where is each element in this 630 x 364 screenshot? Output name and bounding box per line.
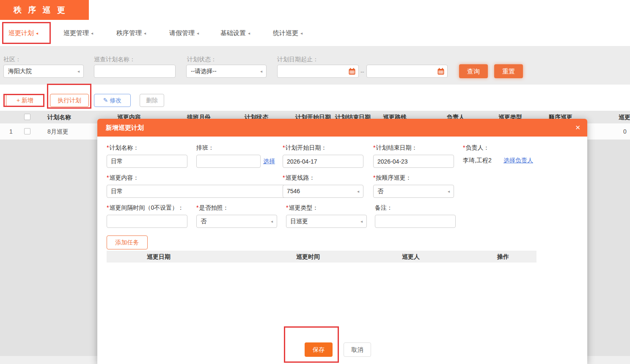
plan-name-field-input[interactable] (107, 155, 187, 168)
delete-button[interactable]: 删除 (140, 94, 164, 107)
tab-leave-manage[interactable]: 请假管理◂ (169, 20, 199, 46)
plan-status-label: 计划状态： (187, 56, 217, 63)
route-select[interactable]: 7546 ◂ (283, 185, 363, 198)
chevron-left-icon: ◂ (77, 65, 80, 77)
label-text: 计划结束日期： (376, 144, 417, 151)
label-text: 按顺序巡更： (376, 174, 411, 181)
plus-icon: + (17, 97, 20, 104)
task-col-date: 巡更日期 (147, 251, 171, 263)
tab-label: 秩序管理 (116, 29, 142, 36)
community-value: 海阳大院 (8, 65, 32, 77)
select-all-checkbox[interactable] (24, 114, 30, 120)
task-col-action: 操作 (497, 251, 509, 263)
calendar-icon[interactable] (437, 68, 445, 75)
label-text: 是否拍照： (199, 204, 228, 211)
add-task-button[interactable]: 添加任务 (107, 235, 148, 249)
tab-label: 基础设置 (220, 29, 246, 36)
required-mark: * (373, 174, 375, 181)
chevron-left-icon: ◂ (357, 185, 359, 197)
chevron-left-icon: ◂ (300, 31, 303, 36)
label-text: 计划开始日期： (285, 144, 327, 151)
interval-field-input[interactable] (107, 215, 187, 228)
required-mark: * (196, 204, 198, 211)
label-text: 巡更间隔时间（0不设置）： (109, 204, 184, 211)
calendar-icon[interactable] (348, 68, 356, 75)
remark-field-input[interactable] (375, 215, 456, 228)
manager-field-label: *负责人： (463, 144, 489, 152)
add-button[interactable]: + 新增 (6, 94, 44, 107)
edit-label: 修改 (110, 97, 121, 104)
required-mark: * (107, 174, 109, 181)
interval-field-label: *巡更间隔时间（0不设置）： (107, 204, 184, 212)
tab-label: 巡更管理 (63, 29, 89, 36)
plan-status-select[interactable]: --请选择-- ◂ (186, 65, 267, 78)
col-interval: 巡更间 (619, 111, 630, 123)
required-mark: * (373, 144, 375, 151)
tab-label: 巡更计划 (8, 29, 34, 36)
schedule-field-input[interactable] (196, 155, 261, 168)
chevron-left-icon: ◂ (144, 31, 146, 36)
plan-name-input[interactable] (94, 65, 176, 78)
community-select[interactable]: 海阳大院 ◂ (3, 65, 84, 78)
modal-header: 新增巡更计划 ✕ (97, 119, 587, 137)
in-order-field-label: *按顺序巡更： (373, 174, 411, 182)
label-text: 巡更线路： (285, 174, 315, 181)
photo-value: 否 (201, 218, 206, 224)
tab-patrol-manage[interactable]: 巡更管理◂ (63, 20, 93, 46)
label-text: 备注： (375, 204, 393, 211)
nav-bar: 巡更计划◂ 巡更管理◂ 秩序管理◂ 请假管理◂ 基础设置◂ 统计巡更◂ (0, 20, 630, 47)
label-text: 计划名称： (109, 144, 139, 151)
tab-patrol-plan[interactable]: 巡更计划◂ (8, 20, 38, 46)
row-interval: 0 (623, 123, 627, 140)
task-col-time: 巡更时间 (296, 251, 320, 263)
content-field-input[interactable] (107, 185, 287, 198)
chevron-left-icon: ◂ (260, 65, 262, 77)
type-field-label: *巡更类型： (286, 204, 318, 212)
label-text: 负责人： (465, 144, 489, 151)
save-button[interactable]: 保存 (305, 342, 333, 357)
plan-name-label: 巡查计划名称： (94, 56, 135, 63)
table-toolbar: + 新增 执行计划 ✎ 修改 删除 (0, 85, 630, 111)
type-value: 日巡更 (290, 218, 308, 224)
chevron-left-icon: ◂ (271, 215, 273, 227)
required-mark: * (107, 204, 109, 211)
content-field-label: *巡更内容： (107, 174, 139, 182)
date-start-input[interactable] (277, 65, 359, 78)
date-end-input[interactable] (366, 65, 448, 78)
edit-button[interactable]: ✎ 修改 (94, 94, 131, 107)
modal-title: 新增巡更计划 (106, 119, 144, 137)
execute-plan-button[interactable]: 执行计划 (50, 94, 89, 107)
chevron-left-icon: ◂ (91, 31, 93, 36)
in-order-select[interactable]: 否 ◂ (373, 185, 454, 198)
schedule-field-label: 排班： (196, 144, 214, 152)
cancel-button[interactable]: 取消 (344, 342, 371, 357)
start-date-field-label: *计划开始日期： (283, 144, 327, 152)
end-date-field-label: *计划结束日期： (373, 144, 417, 152)
in-order-value: 否 (377, 188, 383, 194)
start-date-field-input[interactable] (283, 155, 363, 168)
search-button[interactable]: 查询 (459, 64, 488, 78)
row-checkbox[interactable] (24, 128, 30, 134)
row-index: 1 (9, 123, 13, 140)
end-date-field-input[interactable] (373, 155, 454, 168)
reset-button[interactable]: 重置 (494, 64, 523, 78)
type-select[interactable]: 日巡更 ◂ (286, 215, 367, 228)
task-col-person: 巡更人 (402, 251, 420, 263)
pencil-icon: ✎ (103, 97, 108, 104)
label-text: 排班： (196, 144, 214, 151)
photo-select[interactable]: 否 ◂ (196, 215, 277, 228)
close-icon[interactable]: ✕ (575, 119, 580, 137)
required-mark: * (283, 144, 285, 151)
schedule-select-link[interactable]: 选择 (263, 158, 275, 165)
date-range-separator: -- (360, 68, 364, 75)
chevron-left-icon: ◂ (197, 31, 199, 36)
tab-order-manage[interactable]: 秩序管理◂ (116, 20, 146, 46)
manager-select-link[interactable]: 选择负责人 (503, 157, 533, 164)
chevron-left-icon: ◂ (448, 185, 450, 197)
photo-field-label: *是否拍照： (196, 204, 228, 212)
tab-label: 统计巡更 (273, 29, 298, 36)
add-label: 新增 (22, 97, 33, 104)
tab-patrol-stats[interactable]: 统计巡更◂ (273, 20, 303, 46)
plan-name-field-label: *计划名称： (107, 144, 139, 152)
tab-basic-settings[interactable]: 基础设置◂ (220, 20, 250, 46)
